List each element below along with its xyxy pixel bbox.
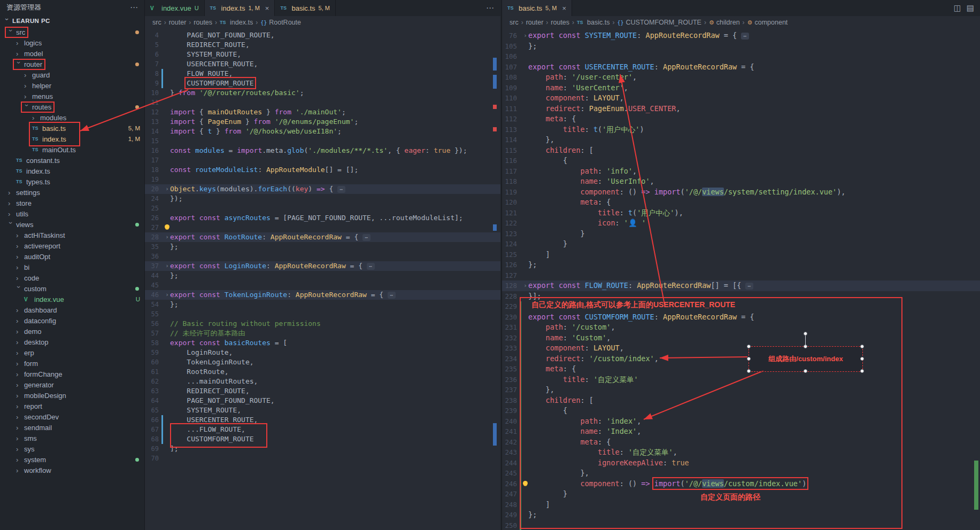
tree-item-basic.ts[interactable]: TSbasic.ts5, M: [0, 123, 144, 134]
tree-item-activereport[interactable]: ›activereport: [0, 240, 144, 251]
chevron-right-icon[interactable]: ›: [24, 72, 30, 78]
tree-item-guard[interactable]: ›guard: [0, 69, 144, 80]
fold-chevron-icon[interactable]: ›: [522, 30, 528, 41]
explorer-more-actions-icon[interactable]: ⋯: [130, 3, 138, 12]
tree-item-constant.ts[interactable]: TSconstant.ts: [0, 155, 144, 166]
chevron-right-icon[interactable]: ›: [16, 40, 22, 46]
breadcrumb-item-router[interactable]: router: [526, 19, 544, 26]
fold-chevron-icon[interactable]: ›: [164, 232, 170, 242]
tree-item-custom[interactable]: ›custom: [0, 283, 144, 294]
chevron-right-icon[interactable]: ›: [16, 264, 22, 270]
chevron-down-icon[interactable]: ›: [8, 222, 14, 228]
breadcrumb-item-routes[interactable]: routes: [551, 19, 569, 26]
tab-close-icon[interactable]: ×: [562, 4, 566, 12]
code-area-right[interactable]: 76›export const SYSTEM_ROUTE: AppRouteRe…: [502, 29, 980, 530]
tree-item-erp[interactable]: ›erp: [0, 347, 144, 358]
tree-item-dataconfig[interactable]: ›dataconfig: [0, 315, 144, 326]
chevron-down-icon[interactable]: ›: [8, 29, 14, 35]
chevron-right-icon[interactable]: ›: [16, 446, 22, 452]
tree-item-system[interactable]: ›system: [0, 454, 144, 465]
chevron-right-icon[interactable]: ›: [16, 339, 22, 345]
code-area-middle[interactable]: 4 PAGE_NOT_FOUND_ROUTE,5 REDIRECT_ROUTE,…: [145, 29, 500, 463]
chevron-right-icon[interactable]: ›: [16, 382, 22, 388]
folded-code-badge[interactable]: ⋯: [388, 292, 396, 299]
breadcrumb-item-src[interactable]: src: [152, 19, 161, 26]
tree-item-desktop[interactable]: ›desktop: [0, 337, 144, 347]
breadcrumb-item-routes[interactable]: routes: [194, 19, 212, 26]
breadcrumb-item-component[interactable]: ⚙component: [747, 19, 788, 26]
folded-code-badge[interactable]: ⋯: [337, 186, 345, 193]
tree-item-index.ts[interactable]: TSindex.ts: [0, 166, 144, 176]
tab-basic.ts[interactable]: TSbasic.ts5, M: [275, 0, 335, 16]
folded-code-badge[interactable]: ⋯: [745, 283, 753, 290]
breadcrumb-item-RootRoute[interactable]: {}RootRoute: [260, 19, 301, 26]
tree-item-code[interactable]: ›code: [0, 272, 144, 283]
tree-item-src[interactable]: ›src: [0, 27, 144, 37]
chevron-right-icon[interactable]: ›: [16, 307, 22, 313]
chevron-right-icon[interactable]: ›: [32, 115, 38, 121]
chevron-right-icon[interactable]: ›: [16, 361, 22, 367]
breadcrumb-item-router[interactable]: router: [169, 19, 187, 26]
tree-item-utils[interactable]: ›utils: [0, 208, 144, 219]
breadcrumb-item-CUSTOMFORM_ROUTE[interactable]: {}CUSTOMFORM_ROUTE: [617, 19, 701, 26]
split-editor-icon[interactable]: ◫: [954, 3, 961, 13]
workspace-root[interactable]: › LEARUN PC: [0, 15, 144, 27]
chevron-right-icon[interactable]: ›: [16, 457, 22, 463]
chevron-right-icon[interactable]: ›: [8, 190, 14, 196]
chevron-right-icon[interactable]: ›: [16, 393, 22, 399]
tree-item-index.vue[interactable]: Vindex.vueU: [0, 294, 144, 305]
chevron-right-icon[interactable]: ›: [16, 329, 22, 334]
chevron-right-icon[interactable]: ›: [16, 254, 22, 260]
chevron-right-icon[interactable]: ›: [16, 414, 22, 420]
tree-item-secondDev[interactable]: ›secondDev: [0, 411, 144, 422]
tree-item-actHiTaskinst[interactable]: ›actHiTaskinst: [0, 230, 144, 240]
chevron-right-icon[interactable]: ›: [16, 243, 22, 249]
chevron-right-icon[interactable]: ›: [16, 318, 22, 324]
fold-chevron-icon[interactable]: ›: [164, 290, 170, 300]
tree-item-views[interactable]: ›views: [0, 219, 144, 230]
tree-item-routes[interactable]: ›routes: [0, 102, 144, 112]
tree-item-logics[interactable]: ›logics: [0, 37, 144, 48]
tree-item-form[interactable]: ›form: [0, 358, 144, 369]
chevron-down-icon[interactable]: ›: [24, 104, 30, 110]
folded-code-badge[interactable]: ⋯: [367, 263, 375, 270]
tree-item-dashboard[interactable]: ›dashboard: [0, 305, 144, 315]
breadcrumb-item-src[interactable]: src: [510, 19, 519, 26]
tree-item-report[interactable]: ›report: [0, 401, 144, 411]
chevron-right-icon[interactable]: ›: [16, 403, 22, 409]
folded-code-badge[interactable]: ⋯: [741, 33, 749, 40]
lightbulb-icon[interactable]: [523, 481, 528, 486]
folded-code-badge[interactable]: ⋯: [362, 234, 371, 241]
chevron-right-icon[interactable]: ›: [16, 467, 22, 473]
more-actions-icon[interactable]: ⋯: [486, 3, 494, 13]
customize-layout-icon[interactable]: ▤: [967, 3, 974, 13]
chevron-right-icon[interactable]: ›: [16, 275, 22, 281]
chevron-down-icon[interactable]: ›: [16, 61, 22, 67]
fold-chevron-icon[interactable]: ›: [164, 261, 170, 271]
chevron-right-icon[interactable]: ›: [16, 350, 22, 356]
tab-index.ts[interactable]: TSindex.ts1, M×: [205, 0, 275, 16]
fold-chevron-icon[interactable]: ›: [522, 280, 528, 291]
tree-item-settings[interactable]: ›settings: [0, 187, 144, 198]
chevron-right-icon[interactable]: ›: [16, 51, 22, 57]
fold-chevron-icon[interactable]: ›: [164, 184, 170, 194]
tree-item-sms[interactable]: ›sms: [0, 433, 144, 443]
tree-item-sendmail[interactable]: ›sendmail: [0, 422, 144, 433]
breadcrumb-item-children[interactable]: ⚙children: [709, 19, 740, 26]
tree-item-index.ts[interactable]: TSindex.ts1, M: [0, 134, 144, 144]
lightbulb-icon[interactable]: [165, 224, 169, 229]
chevron-right-icon[interactable]: ›: [24, 93, 30, 99]
tree-item-menus[interactable]: ›menus: [0, 91, 144, 102]
tab-close-icon[interactable]: ×: [265, 4, 269, 12]
chevron-right-icon[interactable]: ›: [16, 232, 22, 238]
breadcrumb-item-basic.ts[interactable]: TSbasic.ts: [577, 19, 609, 26]
tree-item-mainOut.ts[interactable]: TSmainOut.ts: [0, 144, 144, 155]
chevron-right-icon[interactable]: ›: [8, 200, 14, 206]
chevron-down-icon[interactable]: ›: [16, 286, 22, 292]
breadcrumb-item-index.ts[interactable]: TSindex.ts: [220, 19, 253, 26]
tab-index.vue[interactable]: Vindex.vueU: [145, 0, 205, 16]
tree-item-demo[interactable]: ›demo: [0, 326, 144, 337]
tree-item-helper[interactable]: ›helper: [0, 80, 144, 91]
tree-item-store[interactable]: ›store: [0, 198, 144, 208]
tree-item-router[interactable]: ›router: [0, 59, 144, 69]
